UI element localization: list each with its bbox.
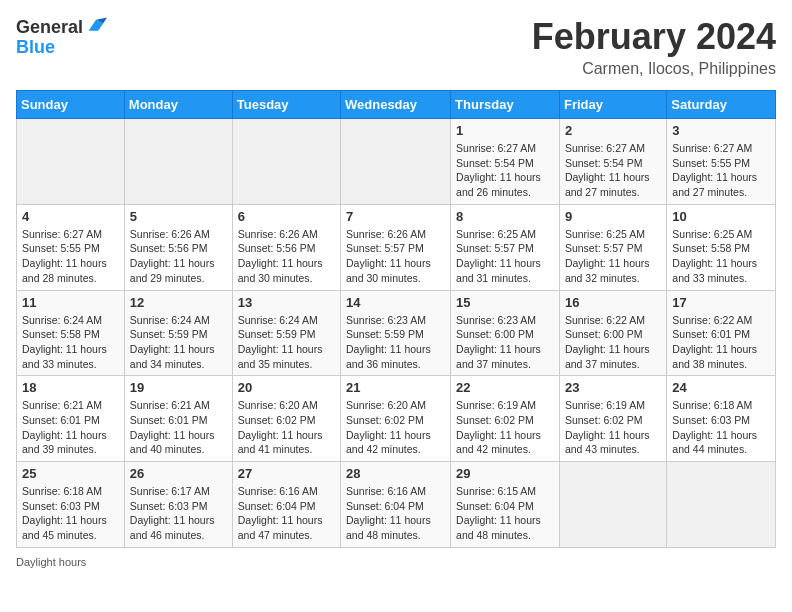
day-number: 21 — [346, 380, 445, 395]
calendar-cell: 25Sunrise: 6:18 AMSunset: 6:03 PMDayligh… — [17, 462, 125, 548]
day-number: 15 — [456, 295, 554, 310]
day-number: 5 — [130, 209, 227, 224]
calendar-week-row: 1Sunrise: 6:27 AMSunset: 5:54 PMDaylight… — [17, 119, 776, 205]
calendar-cell: 20Sunrise: 6:20 AMSunset: 6:02 PMDayligh… — [232, 376, 340, 462]
day-info: Sunrise: 6:17 AMSunset: 6:03 PMDaylight:… — [130, 484, 227, 543]
calendar-cell: 5Sunrise: 6:26 AMSunset: 5:56 PMDaylight… — [124, 204, 232, 290]
calendar-cell — [341, 119, 451, 205]
logo-bird-icon — [85, 16, 107, 38]
day-number: 9 — [565, 209, 661, 224]
day-info: Sunrise: 6:15 AMSunset: 6:04 PMDaylight:… — [456, 484, 554, 543]
calendar-cell: 2Sunrise: 6:27 AMSunset: 5:54 PMDaylight… — [559, 119, 666, 205]
calendar-footer: Daylight hours — [16, 556, 776, 568]
calendar-cell: 13Sunrise: 6:24 AMSunset: 5:59 PMDayligh… — [232, 290, 340, 376]
day-info: Sunrise: 6:24 AMSunset: 5:59 PMDaylight:… — [130, 313, 227, 372]
day-info: Sunrise: 6:22 AMSunset: 6:01 PMDaylight:… — [672, 313, 770, 372]
calendar-week-row: 18Sunrise: 6:21 AMSunset: 6:01 PMDayligh… — [17, 376, 776, 462]
calendar-cell: 6Sunrise: 6:26 AMSunset: 5:56 PMDaylight… — [232, 204, 340, 290]
calendar-cell: 4Sunrise: 6:27 AMSunset: 5:55 PMDaylight… — [17, 204, 125, 290]
day-number: 12 — [130, 295, 227, 310]
calendar-cell — [17, 119, 125, 205]
calendar-cell: 27Sunrise: 6:16 AMSunset: 6:04 PMDayligh… — [232, 462, 340, 548]
logo-blue: Blue — [16, 37, 55, 57]
calendar-cell: 28Sunrise: 6:16 AMSunset: 6:04 PMDayligh… — [341, 462, 451, 548]
calendar-cell: 10Sunrise: 6:25 AMSunset: 5:58 PMDayligh… — [667, 204, 776, 290]
day-number: 20 — [238, 380, 335, 395]
header-day-sunday: Sunday — [17, 91, 125, 119]
day-number: 16 — [565, 295, 661, 310]
day-info: Sunrise: 6:18 AMSunset: 6:03 PMDaylight:… — [22, 484, 119, 543]
day-number: 27 — [238, 466, 335, 481]
logo-general: General — [16, 18, 83, 36]
day-number: 24 — [672, 380, 770, 395]
day-info: Sunrise: 6:19 AMSunset: 6:02 PMDaylight:… — [456, 398, 554, 457]
day-info: Sunrise: 6:20 AMSunset: 6:02 PMDaylight:… — [346, 398, 445, 457]
page-header: General Blue February 2024 Carmen, Iloco… — [16, 16, 776, 78]
day-number: 2 — [565, 123, 661, 138]
day-info: Sunrise: 6:25 AMSunset: 5:57 PMDaylight:… — [565, 227, 661, 286]
calendar-cell: 29Sunrise: 6:15 AMSunset: 6:04 PMDayligh… — [451, 462, 560, 548]
day-info: Sunrise: 6:24 AMSunset: 5:58 PMDaylight:… — [22, 313, 119, 372]
day-info: Sunrise: 6:27 AMSunset: 5:54 PMDaylight:… — [456, 141, 554, 200]
header-row: SundayMondayTuesdayWednesdayThursdayFrid… — [17, 91, 776, 119]
day-number: 22 — [456, 380, 554, 395]
daylight-label: Daylight hours — [16, 556, 86, 568]
day-info: Sunrise: 6:26 AMSunset: 5:57 PMDaylight:… — [346, 227, 445, 286]
day-number: 25 — [22, 466, 119, 481]
day-info: Sunrise: 6:21 AMSunset: 6:01 PMDaylight:… — [22, 398, 119, 457]
day-info: Sunrise: 6:16 AMSunset: 6:04 PMDaylight:… — [346, 484, 445, 543]
day-number: 11 — [22, 295, 119, 310]
calendar-cell — [232, 119, 340, 205]
calendar-week-row: 11Sunrise: 6:24 AMSunset: 5:58 PMDayligh… — [17, 290, 776, 376]
calendar-cell: 17Sunrise: 6:22 AMSunset: 6:01 PMDayligh… — [667, 290, 776, 376]
logo: General Blue — [16, 16, 107, 57]
calendar-cell: 8Sunrise: 6:25 AMSunset: 5:57 PMDaylight… — [451, 204, 560, 290]
calendar-cell: 22Sunrise: 6:19 AMSunset: 6:02 PMDayligh… — [451, 376, 560, 462]
day-number: 4 — [22, 209, 119, 224]
calendar-week-row: 25Sunrise: 6:18 AMSunset: 6:03 PMDayligh… — [17, 462, 776, 548]
calendar-header: SundayMondayTuesdayWednesdayThursdayFrid… — [17, 91, 776, 119]
day-number: 3 — [672, 123, 770, 138]
calendar-cell — [124, 119, 232, 205]
location-subtitle: Carmen, Ilocos, Philippines — [532, 60, 776, 78]
calendar-cell: 16Sunrise: 6:22 AMSunset: 6:00 PMDayligh… — [559, 290, 666, 376]
calendar-cell: 7Sunrise: 6:26 AMSunset: 5:57 PMDaylight… — [341, 204, 451, 290]
daylight-legend: Daylight hours — [16, 556, 86, 568]
calendar-cell: 18Sunrise: 6:21 AMSunset: 6:01 PMDayligh… — [17, 376, 125, 462]
calendar-cell: 9Sunrise: 6:25 AMSunset: 5:57 PMDaylight… — [559, 204, 666, 290]
calendar-cell — [667, 462, 776, 548]
calendar-cell: 21Sunrise: 6:20 AMSunset: 6:02 PMDayligh… — [341, 376, 451, 462]
day-number: 26 — [130, 466, 227, 481]
calendar-cell: 3Sunrise: 6:27 AMSunset: 5:55 PMDaylight… — [667, 119, 776, 205]
day-info: Sunrise: 6:18 AMSunset: 6:03 PMDaylight:… — [672, 398, 770, 457]
day-number: 23 — [565, 380, 661, 395]
day-info: Sunrise: 6:24 AMSunset: 5:59 PMDaylight:… — [238, 313, 335, 372]
day-info: Sunrise: 6:23 AMSunset: 5:59 PMDaylight:… — [346, 313, 445, 372]
day-info: Sunrise: 6:27 AMSunset: 5:54 PMDaylight:… — [565, 141, 661, 200]
day-number: 19 — [130, 380, 227, 395]
day-number: 14 — [346, 295, 445, 310]
header-day-friday: Friday — [559, 91, 666, 119]
day-info: Sunrise: 6:26 AMSunset: 5:56 PMDaylight:… — [238, 227, 335, 286]
day-info: Sunrise: 6:20 AMSunset: 6:02 PMDaylight:… — [238, 398, 335, 457]
header-day-tuesday: Tuesday — [232, 91, 340, 119]
day-number: 8 — [456, 209, 554, 224]
day-info: Sunrise: 6:22 AMSunset: 6:00 PMDaylight:… — [565, 313, 661, 372]
day-number: 7 — [346, 209, 445, 224]
month-year-title: February 2024 — [532, 16, 776, 58]
header-day-saturday: Saturday — [667, 91, 776, 119]
calendar-body: 1Sunrise: 6:27 AMSunset: 5:54 PMDaylight… — [17, 119, 776, 548]
day-number: 6 — [238, 209, 335, 224]
calendar-cell: 24Sunrise: 6:18 AMSunset: 6:03 PMDayligh… — [667, 376, 776, 462]
day-info: Sunrise: 6:27 AMSunset: 5:55 PMDaylight:… — [672, 141, 770, 200]
day-info: Sunrise: 6:19 AMSunset: 6:02 PMDaylight:… — [565, 398, 661, 457]
day-info: Sunrise: 6:25 AMSunset: 5:58 PMDaylight:… — [672, 227, 770, 286]
calendar-cell: 14Sunrise: 6:23 AMSunset: 5:59 PMDayligh… — [341, 290, 451, 376]
calendar-cell: 12Sunrise: 6:24 AMSunset: 5:59 PMDayligh… — [124, 290, 232, 376]
calendar-cell — [559, 462, 666, 548]
calendar-table: SundayMondayTuesdayWednesdayThursdayFrid… — [16, 90, 776, 548]
day-info: Sunrise: 6:23 AMSunset: 6:00 PMDaylight:… — [456, 313, 554, 372]
calendar-cell: 11Sunrise: 6:24 AMSunset: 5:58 PMDayligh… — [17, 290, 125, 376]
day-info: Sunrise: 6:26 AMSunset: 5:56 PMDaylight:… — [130, 227, 227, 286]
day-number: 17 — [672, 295, 770, 310]
